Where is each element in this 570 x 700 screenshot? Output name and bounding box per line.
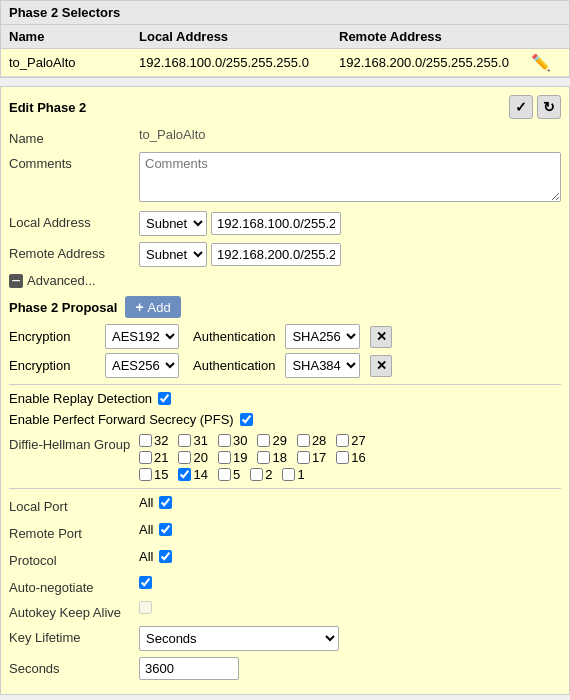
remove-proposal-2-button[interactable]: ✕: [370, 355, 392, 377]
table-row: to_PaloAlto 192.168.100.0/255.255.255.0 …: [1, 49, 569, 77]
edit-row-icon[interactable]: ✏️: [531, 53, 561, 72]
remote-port-row: Remote Port All: [9, 522, 561, 543]
reset-icon[interactable]: ↻: [537, 95, 561, 119]
add-proposal-button[interactable]: + Add: [125, 296, 180, 318]
dh-row-2: 21 20 19 18 17 16: [139, 450, 366, 465]
auth-select-2[interactable]: SHA384 SHA1 MD5 SHA256 SHA512: [285, 353, 360, 378]
dh-5[interactable]: [218, 468, 231, 481]
local-port-label: Local Port: [9, 495, 139, 514]
proposal-row-2: Encryption AES256 AES128 AES192 3DES Aut…: [9, 353, 561, 378]
dh-item-19: 19: [218, 450, 247, 465]
row-local-address: 192.168.100.0/255.255.255.0: [139, 55, 339, 70]
dh-item-14: 14: [178, 467, 207, 482]
phase2-selectors-section: Phase 2 Selectors Name Local Address Rem…: [0, 0, 570, 78]
remote-address-input[interactable]: [211, 243, 341, 266]
dh-18[interactable]: [257, 451, 270, 464]
protocol-label: Protocol: [9, 549, 139, 568]
enc-select-1[interactable]: AES192 AES128 AES256 3DES: [105, 324, 179, 349]
dh-15[interactable]: [139, 468, 152, 481]
autokey-row: Autokey Keep Alive: [9, 601, 561, 620]
col-name: Name: [9, 29, 139, 44]
dh-16[interactable]: [336, 451, 349, 464]
autokey-checkbox[interactable]: [139, 601, 152, 614]
dh-item-17: 17: [297, 450, 326, 465]
seconds-input[interactable]: [139, 657, 239, 680]
advanced-toggle[interactable]: − Advanced...: [9, 273, 561, 288]
name-row: Name to_PaloAlto: [9, 127, 561, 146]
dh-14[interactable]: [178, 468, 191, 481]
dh-item-5: 5: [218, 467, 240, 482]
dh-item-29: 29: [257, 433, 286, 448]
dh-31[interactable]: [178, 434, 191, 447]
dh-19[interactable]: [218, 451, 231, 464]
dh-item-18: 18: [257, 450, 286, 465]
advanced-label: Advanced...: [27, 273, 96, 288]
enc-select-2[interactable]: AES256 AES128 AES192 3DES: [105, 353, 179, 378]
dh-row-3: 15 14 5 2 1: [139, 467, 366, 482]
name-label: Name: [9, 127, 139, 146]
replay-detection-checkbox[interactable]: [158, 392, 171, 405]
dh-item-21: 21: [139, 450, 168, 465]
protocol-control: All: [139, 549, 561, 564]
dh-21[interactable]: [139, 451, 152, 464]
comments-textarea[interactable]: [139, 152, 561, 202]
protocol-value: All: [139, 549, 153, 564]
proposal-title: Phase 2 Proposal: [9, 300, 117, 315]
dh-group-label: Diffie-Hellman Group: [9, 433, 139, 452]
dh-20[interactable]: [178, 451, 191, 464]
key-lifetime-select[interactable]: Seconds Minutes Hours Days: [139, 626, 339, 651]
proposal-header: Phase 2 Proposal + Add: [9, 296, 561, 318]
dh-1[interactable]: [282, 468, 295, 481]
dh-item-20: 20: [178, 450, 207, 465]
proposal-section: Phase 2 Proposal + Add Encryption AES192…: [9, 296, 561, 378]
dh-28[interactable]: [297, 434, 310, 447]
protocol-row: Protocol All: [9, 549, 561, 570]
comments-control: [139, 152, 561, 205]
remove-proposal-1-button[interactable]: ✕: [370, 326, 392, 348]
key-lifetime-label: Key Lifetime: [9, 626, 139, 645]
dh-30[interactable]: [218, 434, 231, 447]
local-port-checkbox[interactable]: [159, 496, 172, 509]
seconds-label: Seconds: [9, 657, 139, 676]
dh-17[interactable]: [297, 451, 310, 464]
remote-port-checkbox[interactable]: [159, 523, 172, 536]
remote-port-value: All: [139, 522, 153, 537]
pfs-checkbox[interactable]: [240, 413, 253, 426]
edit-phase2-header: Edit Phase 2 ✓ ↻: [9, 95, 561, 119]
divider-1: [9, 384, 561, 385]
divider-2: [9, 488, 561, 489]
auth-select-1[interactable]: SHA256 SHA1 MD5 SHA384 SHA512: [285, 324, 360, 349]
header-icons: ✓ ↻: [509, 95, 561, 119]
auto-negotiate-checkbox[interactable]: [139, 576, 152, 589]
local-address-control: Subnet: [139, 211, 561, 236]
col-remote-address: Remote Address: [339, 29, 561, 44]
autokey-label: Autokey Keep Alive: [9, 601, 139, 620]
local-address-label: Local Address: [9, 211, 139, 230]
enc-label-1: Encryption: [9, 329, 99, 344]
remote-address-control: Subnet: [139, 242, 561, 267]
replay-detection-row: Enable Replay Detection: [9, 391, 561, 406]
dh-29[interactable]: [257, 434, 270, 447]
protocol-checkbox[interactable]: [159, 550, 172, 563]
seconds-row: Seconds: [9, 657, 561, 680]
name-value: to_PaloAlto: [139, 127, 561, 142]
edit-phase2-section: Edit Phase 2 ✓ ↻ Name to_PaloAlto Commen…: [0, 86, 570, 695]
remote-address-row: Remote Address Subnet: [9, 242, 561, 267]
dh-2[interactable]: [250, 468, 263, 481]
dh-item-30: 30: [218, 433, 247, 448]
dh-item-1: 1: [282, 467, 304, 482]
phase2-selectors-header: Phase 2 Selectors: [1, 1, 569, 25]
save-icon[interactable]: ✓: [509, 95, 533, 119]
dh-32[interactable]: [139, 434, 152, 447]
local-address-type-select[interactable]: Subnet: [139, 211, 207, 236]
phase2-selectors-title: Phase 2 Selectors: [9, 5, 120, 20]
remote-address-type-select[interactable]: Subnet: [139, 242, 207, 267]
remote-port-label: Remote Port: [9, 522, 139, 541]
seconds-control: [139, 657, 561, 680]
col-local-address: Local Address: [139, 29, 339, 44]
dh-group-checkboxes: 32 31 30 29 28 27 21 20 19 18 17 16 15 1…: [139, 433, 366, 482]
dh-27[interactable]: [336, 434, 349, 447]
dh-item-28: 28: [297, 433, 326, 448]
local-port-row: Local Port All: [9, 495, 561, 516]
local-address-input[interactable]: [211, 212, 341, 235]
